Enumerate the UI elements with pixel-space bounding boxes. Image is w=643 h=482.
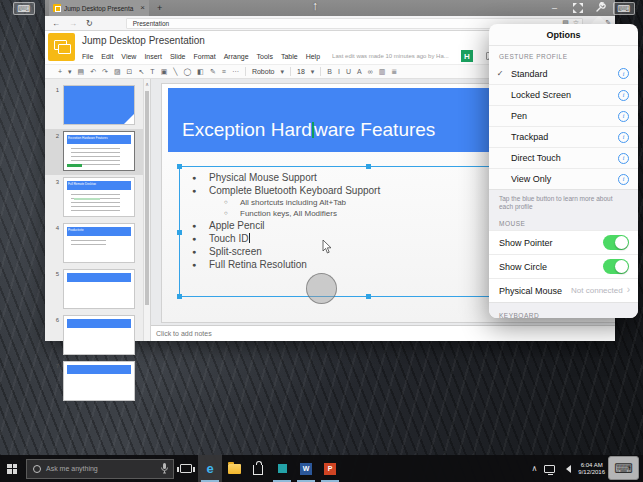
toolbar-icon[interactable]: ▨	[114, 65, 121, 78]
filmstrip-scrollbar[interactable]: ∧	[143, 79, 150, 341]
toolbar-icon[interactable]: ↶	[90, 65, 96, 78]
slide-thumbnail-row[interactable]: 3 Full Remote Desktop	[45, 175, 150, 221]
slide-thumbnail[interactable]	[63, 315, 135, 355]
toolbar-icon[interactable]: T	[150, 65, 154, 78]
gesture-profile-row[interactable]: ✓ Pen i	[489, 105, 638, 126]
taskbar-store-button[interactable]	[246, 455, 270, 482]
wrench-settings-button[interactable]	[594, 2, 607, 13]
physical-mouse-row[interactable]: Physical Mouse Not connected ›	[489, 278, 638, 302]
menu-item[interactable]: Tools	[257, 53, 273, 60]
floating-keyboard-button[interactable]: ⌨	[608, 456, 639, 480]
new-tab-button[interactable]: +	[157, 3, 162, 13]
slide-thumbnail-row[interactable]: 6	[45, 313, 150, 359]
resize-handle[interactable]	[366, 294, 371, 299]
start-button[interactable]	[0, 455, 24, 482]
slide-thumbnail[interactable]	[63, 85, 135, 125]
fullscreen-button[interactable]	[571, 2, 584, 13]
menu-item[interactable]: Slide	[170, 53, 186, 60]
slide-thumbnail-row[interactable]: 1	[45, 83, 150, 129]
back-button[interactable]: ←	[52, 19, 60, 28]
menu-item[interactable]: Help	[306, 53, 320, 60]
font-family-arrow-icon[interactable]: ▾	[281, 65, 285, 78]
taskbar-app-button[interactable]	[270, 455, 294, 482]
collaborator-avatar[interactable]: H	[461, 50, 473, 62]
menu-item[interactable]: File	[82, 53, 93, 60]
font-family-select[interactable]: Roboto	[252, 68, 275, 75]
format-icon[interactable]: ▥	[379, 65, 386, 78]
keyboard-toggle-icon[interactable]: ⌨	[613, 2, 635, 15]
resize-handle[interactable]	[177, 294, 182, 299]
slide-thumbnail[interactable]	[63, 269, 135, 309]
resize-handle[interactable]	[366, 164, 371, 169]
toolbar-icon[interactable]: ╲	[173, 65, 177, 78]
info-icon[interactable]: i	[618, 68, 629, 79]
slide-thumbnail[interactable]: Exception Hardware Features	[63, 131, 135, 171]
toolbar-icon[interactable]: ◯	[183, 65, 191, 78]
keyboard-toggle-icon[interactable]: ⌨	[13, 2, 35, 15]
menu-item[interactable]: Insert	[144, 53, 162, 60]
microphone-icon[interactable]	[161, 463, 168, 474]
format-icon[interactable]: B	[327, 65, 332, 78]
info-icon[interactable]: i	[618, 174, 629, 185]
toolbar-icon[interactable]: ↷	[102, 65, 108, 78]
gesture-profile-row[interactable]: ✓ View Only i	[489, 168, 638, 189]
slide-thumbnail-row[interactable]: 2 Exception Hardware Features	[45, 129, 150, 175]
info-icon[interactable]: i	[618, 132, 629, 143]
gesture-profile-row[interactable]: ✓ Locked Screen i	[489, 84, 638, 105]
slide-title[interactable]: Exception Hardware Features	[182, 119, 435, 141]
format-icon[interactable]: I	[338, 65, 340, 78]
toolbar-icon[interactable]: ◧	[197, 65, 204, 78]
speaker-icon[interactable]	[562, 465, 571, 473]
gesture-profile-row[interactable]: ✓ Direct Touch i	[489, 147, 638, 168]
toolbar-icon[interactable]: +	[58, 65, 62, 78]
network-display-icon[interactable]	[544, 465, 555, 473]
slide-thumbnail-row[interactable]: 7	[45, 359, 150, 405]
scroll-up-icon[interactable]: ∧	[144, 79, 150, 87]
menu-item[interactable]: View	[121, 53, 136, 60]
show-pointer-toggle[interactable]	[603, 235, 629, 250]
menu-item[interactable]: Arrange	[224, 53, 249, 60]
refresh-button[interactable]: ↻	[86, 19, 93, 28]
toolbar-icon[interactable]: ⊡	[127, 65, 133, 78]
format-icon[interactable]: ∞	[368, 65, 373, 78]
google-slides-logo-icon[interactable]	[48, 33, 75, 61]
gesture-profile-row[interactable]: ✓ Trackpad i	[489, 126, 638, 147]
task-view-button[interactable]	[174, 455, 198, 482]
toolbar-icon[interactable]: ▤	[78, 65, 85, 78]
taskbar-edge-button[interactable]: e	[198, 455, 222, 482]
taskbar-clock[interactable]: 6:04 AM 9/12/2016	[578, 462, 605, 476]
info-icon[interactable]: i	[618, 90, 629, 101]
menu-item[interactable]: Format	[193, 53, 215, 60]
font-size-arrow-icon[interactable]: ▾	[311, 65, 315, 78]
toolbar-icon[interactable]: ≡	[222, 65, 226, 78]
taskbar-file-explorer-button[interactable]	[222, 455, 246, 482]
toolbar-icon[interactable]: ▣	[161, 65, 168, 78]
document-title[interactable]: Jump Desktop Presentation	[82, 35, 205, 46]
toolbar-icon[interactable]: ↖	[138, 65, 144, 78]
cortana-search-box[interactable]: Ask me anything	[26, 459, 174, 479]
slide-thumbnail[interactable]	[63, 361, 135, 401]
slide-thumbnail-row[interactable]: 5	[45, 267, 150, 313]
slide-thumbnail[interactable]: Productivity	[63, 223, 135, 263]
format-icon[interactable]: A	[357, 65, 362, 78]
resize-handle[interactable]	[177, 164, 182, 169]
info-icon[interactable]: i	[618, 153, 629, 164]
menu-item[interactable]: Table	[281, 53, 298, 60]
speaker-notes-bar[interactable]: Click to add notes	[151, 325, 615, 341]
forward-button[interactable]: →	[69, 19, 77, 28]
show-circle-toggle[interactable]	[603, 259, 629, 274]
browser-tab[interactable]: Jump Desktop Presenta ×	[49, 0, 149, 16]
minimize-button[interactable]: –	[548, 2, 561, 13]
toolbar-icon[interactable]: ✎	[210, 65, 216, 78]
hidden-icons-chevron[interactable]: ∧	[531, 464, 537, 473]
format-icon[interactable]: ≣	[391, 65, 397, 78]
menu-item[interactable]: Edit	[101, 53, 113, 60]
format-icon[interactable]: U	[346, 65, 351, 78]
font-size-select[interactable]: 18	[297, 68, 305, 75]
taskbar-powerpoint-button[interactable]: P	[318, 455, 342, 482]
toolbar-icon[interactable]: ▾	[68, 65, 72, 78]
slide-thumbnail-row[interactable]: 4 Productivity	[45, 221, 150, 267]
slide-thumbnail[interactable]: Full Remote Desktop	[63, 177, 135, 217]
toolbar-icon[interactable]: ⋯	[232, 65, 239, 78]
taskbar-word-button[interactable]: W	[294, 455, 318, 482]
